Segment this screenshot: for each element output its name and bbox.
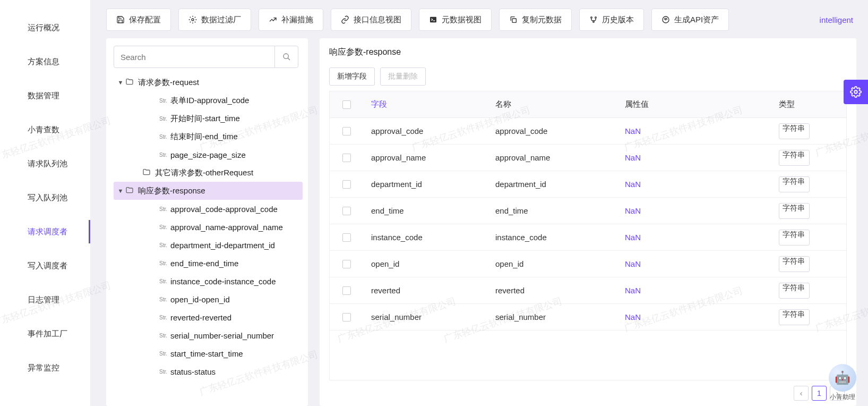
tree-node-label: approval_code-approval_code bbox=[170, 205, 278, 214]
svg-rect-1 bbox=[430, 17, 436, 23]
row-checkbox[interactable] bbox=[342, 180, 351, 189]
cell-field: reverted bbox=[364, 277, 488, 303]
type-badge: Str. bbox=[159, 242, 167, 248]
toolbar-branch-button[interactable]: 历史版本 bbox=[579, 9, 644, 31]
table-body: approval_codeapproval_codeNaN字符串approval… bbox=[330, 118, 846, 380]
type-select[interactable]: 字符串 bbox=[779, 176, 810, 192]
col-field[interactable]: 字段 bbox=[364, 91, 488, 117]
tree-node[interactable]: Str.表单ID-approval_code bbox=[114, 91, 303, 109]
cell-attr: NaN bbox=[617, 224, 771, 250]
row-checkbox[interactable] bbox=[342, 127, 351, 136]
tree-node-label: status-status bbox=[170, 367, 216, 376]
toolbar-chart-button[interactable]: 补漏措施 bbox=[259, 9, 323, 31]
nav-item-4[interactable]: 请求队列池 bbox=[0, 147, 90, 181]
nav-item-7[interactable]: 写入调度者 bbox=[0, 249, 90, 283]
toolbar-link-button[interactable]: 接口信息视图 bbox=[331, 9, 411, 31]
page-1[interactable]: 1 bbox=[812, 386, 827, 401]
tree-node[interactable]: Str.approval_code-approval_code bbox=[114, 200, 303, 218]
type-select[interactable]: 字符串 bbox=[779, 283, 810, 299]
nav-item-1[interactable]: 方案信息 bbox=[0, 45, 90, 79]
tree-node-label: approval_name-approval_name bbox=[170, 223, 283, 232]
tree-panel: ▼请求参数-requestStr.表单ID-approval_codeStr.开… bbox=[106, 38, 308, 406]
caret-icon: ▼ bbox=[116, 188, 125, 194]
tree-node-label: end_time-end_time bbox=[170, 259, 238, 268]
nav-item-6[interactable]: 请求调度者 bbox=[0, 215, 90, 249]
col-name: 名称 bbox=[488, 91, 617, 117]
type-select[interactable]: 字符串 bbox=[779, 256, 810, 272]
tree-node[interactable]: Str.end_time-end_time bbox=[114, 254, 303, 272]
tree-node[interactable]: Str.serial_number-serial_number bbox=[114, 326, 303, 344]
row-checkbox[interactable] bbox=[342, 233, 351, 242]
tree-node[interactable]: Str.结束时间-end_time bbox=[114, 128, 303, 146]
svg-point-0 bbox=[192, 19, 194, 21]
folder-icon bbox=[142, 168, 151, 178]
nav-item-5[interactable]: 写入队列池 bbox=[0, 181, 90, 215]
toolbar-button-label: 生成API资产 bbox=[674, 15, 719, 25]
type-select[interactable]: 字符串 bbox=[779, 230, 810, 246]
search-input[interactable] bbox=[114, 46, 274, 67]
settings-drawer-toggle[interactable] bbox=[844, 80, 868, 104]
cell-field: instance_code bbox=[364, 224, 488, 250]
nav-item-10[interactable]: 异常监控 bbox=[0, 351, 90, 385]
tree-node[interactable]: Str.open_id-open_id bbox=[114, 290, 303, 308]
tree-node[interactable]: ▼请求参数-request bbox=[114, 73, 303, 91]
table: 字段 名称 属性值 类型 approval_codeapproval_codeN… bbox=[329, 91, 847, 380]
toolbar-button-label: 数据过滤厂 bbox=[201, 15, 241, 25]
row-checkbox[interactable] bbox=[342, 286, 351, 295]
assistant-avatar-icon: 🤖 bbox=[829, 364, 856, 392]
type-badge: Str. bbox=[159, 333, 167, 339]
tree-node-label: 表单ID-approval_code bbox=[170, 96, 249, 106]
cell-attr: NaN bbox=[617, 304, 771, 330]
row-checkbox[interactable] bbox=[342, 154, 351, 162]
tree-node-label: 开始时间-start_time bbox=[170, 114, 240, 124]
tree-node[interactable]: Str.instance_code-instance_code bbox=[114, 272, 303, 290]
type-select[interactable]: 字符串 bbox=[779, 150, 810, 166]
select-all-checkbox[interactable] bbox=[342, 100, 351, 109]
pagination: ‹ 1 › bbox=[329, 380, 847, 402]
assistant[interactable]: 🤖 小青助理 bbox=[829, 364, 856, 402]
search-button[interactable] bbox=[274, 46, 298, 67]
tree-node-label: 其它请求参数-otherRequest bbox=[155, 168, 253, 178]
cell-attr: NaN bbox=[617, 277, 771, 303]
tree-node[interactable]: 其它请求参数-otherRequest bbox=[114, 164, 303, 182]
cell-field: approval_name bbox=[364, 145, 488, 171]
tree-node[interactable]: Str.reverted-reverted bbox=[114, 308, 303, 326]
type-select[interactable]: 字符串 bbox=[779, 309, 810, 325]
tree-node[interactable]: Str.approval_name-approval_name bbox=[114, 218, 303, 236]
toolbar-button-label: 保存配置 bbox=[129, 15, 161, 25]
toolbar-button-label: 元数据视图 bbox=[442, 15, 482, 25]
intelligent-link[interactable]: intelligent bbox=[817, 15, 856, 24]
svg-point-9 bbox=[283, 54, 288, 58]
type-badge: Str. bbox=[159, 278, 167, 284]
batch-delete-button[interactable]: 批量删除 bbox=[380, 67, 426, 86]
nav-item-3[interactable]: 小青查数 bbox=[0, 113, 90, 147]
table-row: approval_codeapproval_codeNaN字符串 bbox=[330, 118, 846, 145]
row-checkbox[interactable] bbox=[342, 313, 351, 322]
cell-name: reverted bbox=[488, 277, 617, 303]
link-icon bbox=[341, 15, 349, 24]
toolbar-save-button[interactable]: 保存配置 bbox=[106, 9, 171, 31]
tree-node[interactable]: ▼响应参数-response bbox=[114, 182, 303, 200]
toolbar-terminal-button[interactable]: 元数据视图 bbox=[419, 9, 492, 31]
nav-item-0[interactable]: 运行概况 bbox=[0, 11, 90, 45]
tree-node-label: reverted-reverted bbox=[170, 313, 231, 322]
tree-node[interactable]: Str.start_time-start_time bbox=[114, 344, 303, 362]
page-prev[interactable]: ‹ bbox=[794, 386, 809, 401]
toolbar-gear-button[interactable]: 数据过滤厂 bbox=[178, 9, 251, 31]
tree: ▼请求参数-requestStr.表单ID-approval_codeStr.开… bbox=[114, 73, 306, 399]
tree-node[interactable]: Str.开始时间-start_time bbox=[114, 109, 303, 128]
type-select[interactable]: 字符串 bbox=[779, 123, 810, 139]
tree-node[interactable]: Str.department_id-department_id bbox=[114, 236, 303, 254]
nav-item-8[interactable]: 日志管理 bbox=[0, 283, 90, 317]
toolbar-api-button[interactable]: 生成API资产 bbox=[651, 9, 729, 31]
tree-node[interactable]: Str.page_size-page_size bbox=[114, 146, 303, 164]
tree-node[interactable]: Str.status-status bbox=[114, 362, 303, 380]
toolbar-copy-button[interactable]: 复制元数据 bbox=[499, 9, 572, 31]
nav-item-9[interactable]: 事件加工厂 bbox=[0, 317, 90, 351]
col-type: 类型 bbox=[771, 91, 824, 117]
add-field-button[interactable]: 新增字段 bbox=[329, 67, 375, 86]
nav-item-2[interactable]: 数据管理 bbox=[0, 79, 90, 113]
row-checkbox[interactable] bbox=[342, 207, 351, 215]
row-checkbox[interactable] bbox=[342, 260, 351, 268]
type-select[interactable]: 字符串 bbox=[779, 203, 810, 219]
